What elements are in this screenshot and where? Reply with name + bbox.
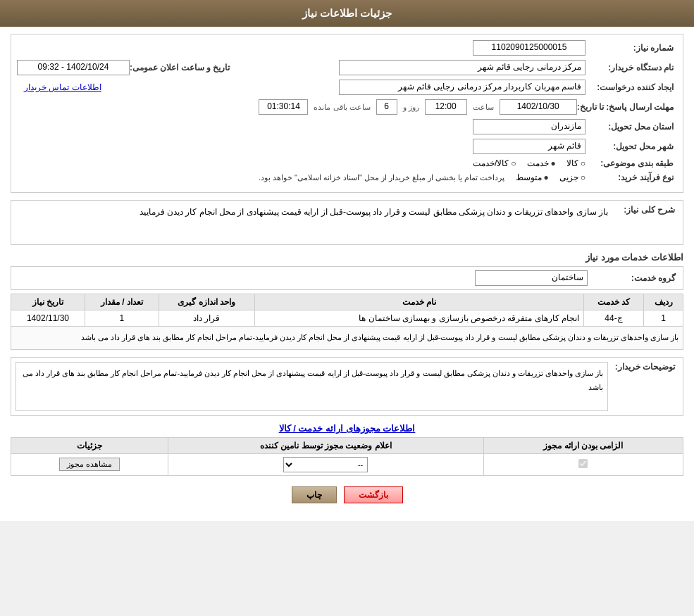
process-option-minor[interactable]: ○ جزیی bbox=[559, 172, 585, 182]
license-section-title: اطلاعات مجوزهای ارائه خدمت / کالا bbox=[11, 423, 683, 434]
announce-date-value: 1402/10/24 - 09:32 bbox=[17, 60, 130, 75]
buyer-notes-text: باز سازی واحدهای تزریقات و دندان پزشکی م… bbox=[16, 362, 608, 411]
response-time-label: ساعت bbox=[473, 103, 494, 112]
col-code: کد خدمت bbox=[583, 294, 643, 310]
process-option-medium[interactable]: ● متوسط bbox=[516, 172, 549, 182]
service-group-label: گروه خدمت: bbox=[588, 273, 679, 283]
page-title: جزئیات اطلاعات نیاز bbox=[302, 7, 392, 19]
process-note: پرداخت تمام یا بخشی از مبلغ خریدار از مح… bbox=[259, 173, 505, 182]
response-days-value: 6 bbox=[376, 99, 397, 115]
process-label: نوع فرآیند خرید: bbox=[585, 172, 677, 182]
contact-info-link[interactable]: اطلاعات تماس خریدار bbox=[24, 82, 101, 92]
services-section-title: اطلاعات خدمات مورد نیاز bbox=[11, 252, 683, 263]
need-description-label: شرح کلی نیاز: bbox=[608, 205, 678, 215]
category-option-goods[interactable]: ○ کالا bbox=[566, 158, 585, 168]
response-days-label: روز و bbox=[403, 103, 419, 112]
license-col-details: جزئیات bbox=[11, 437, 168, 453]
license-status-cell[interactable]: -- bbox=[168, 453, 483, 475]
category-radio-group: ○ کالا ● خدمت ○ کالا/خدمت bbox=[473, 158, 585, 168]
service-detail-row: باز سازی واحدهای تزریقات و دندان پزشکی م… bbox=[11, 327, 683, 350]
buyer-org-value: مرکز درمانی رجایی قائم شهر bbox=[339, 60, 585, 75]
category-label-both: کالا/خدمت bbox=[473, 158, 509, 168]
action-buttons: بازگشت چاپ bbox=[11, 486, 683, 503]
process-radio-minor[interactable]: ○ bbox=[581, 172, 585, 182]
requester-value: قاسم مهربان کاربردار مرکز درمانی رجایی ق… bbox=[339, 80, 585, 95]
license-details-cell[interactable]: مشاهده مجوز bbox=[11, 453, 168, 475]
table-row: 1 ج-44 انجام کارهای متفرقه درخصوص بازساز… bbox=[11, 310, 683, 327]
category-label-goods: کالا bbox=[566, 158, 578, 168]
category-label-service: خدمت bbox=[527, 158, 549, 168]
license-col-status: اعلام وضعیت مجوز توسط نامین کننده bbox=[168, 437, 483, 453]
buyer-org-label: نام دستگاه خریدار: bbox=[585, 63, 677, 73]
cell-row: 1 bbox=[644, 310, 683, 327]
license-table: الزامی بودن ارائه مجوز اعلام وضعیت مجوز … bbox=[11, 437, 683, 476]
license-row: -- مشاهده مجوز bbox=[11, 453, 683, 475]
category-radio-goods[interactable]: ○ bbox=[581, 158, 585, 168]
back-button[interactable]: بازگشت bbox=[344, 486, 403, 503]
delivery-province-label: استان محل تحویل: bbox=[585, 122, 677, 132]
need-number-value: 1102090125000015 bbox=[473, 40, 585, 56]
process-radio-medium[interactable]: ● bbox=[544, 172, 549, 182]
col-row: ردیف bbox=[644, 294, 683, 310]
category-label: طبقه بندی موضوعی: bbox=[585, 158, 677, 168]
response-date-value: 1402/10/30 bbox=[500, 99, 577, 115]
cell-date: 1402/11/30 bbox=[11, 310, 85, 327]
col-unit: واحد اندازه گیری bbox=[159, 294, 254, 310]
response-remaining-value: 01:30:14 bbox=[259, 99, 308, 115]
process-label-minor: جزیی bbox=[559, 172, 578, 182]
print-button[interactable]: چاپ bbox=[292, 486, 337, 503]
cell-unit: قرار داد bbox=[159, 310, 254, 327]
service-detail-text: باز سازی واحدهای تزریقات و دندان پزشکی م… bbox=[11, 327, 683, 350]
page-header: جزئیات اطلاعات نیاز bbox=[0, 0, 694, 27]
response-deadline-label: مهلت ارسال پاسخ: تا تاریخ: bbox=[577, 102, 677, 112]
need-number-label: شماره نیاز: bbox=[585, 43, 677, 53]
cell-code: ج-44 bbox=[583, 310, 643, 327]
cell-qty: 1 bbox=[85, 310, 159, 327]
category-option-service[interactable]: ● خدمت bbox=[527, 158, 556, 168]
need-description-text: باز سازی واحدهای تزریقات و دندان پزشکی م… bbox=[16, 205, 608, 240]
license-required-cell bbox=[483, 453, 683, 475]
service-group-value: ساختمان bbox=[475, 270, 588, 286]
services-table: ردیف کد خدمت نام خدمت واحد اندازه گیری ت… bbox=[11, 294, 683, 350]
license-required-checkbox[interactable] bbox=[578, 459, 588, 468]
view-license-button[interactable]: مشاهده مجوز bbox=[59, 458, 120, 471]
cell-name: انجام کارهای متفرقه درخصوص بازسازی و بهس… bbox=[254, 310, 583, 327]
process-radio-group: ○ جزیی ● متوسط bbox=[516, 172, 586, 182]
license-status-select[interactable]: -- bbox=[283, 457, 368, 472]
col-qty: تعداد / مقدار bbox=[85, 294, 159, 310]
col-name: نام خدمت bbox=[254, 294, 583, 310]
response-remaining-label: ساعت باقی مانده bbox=[314, 103, 370, 112]
delivery-province-value: مازندران bbox=[473, 119, 585, 134]
category-radio-service[interactable]: ● bbox=[551, 158, 556, 168]
buyer-notes-label: توضیحات خریدار: bbox=[608, 362, 678, 372]
process-label-medium: متوسط bbox=[516, 172, 542, 182]
response-time-value: 12:00 bbox=[425, 99, 467, 115]
category-option-both[interactable]: ○ کالا/خدمت bbox=[473, 158, 516, 168]
col-date: تاریخ نیاز bbox=[11, 294, 85, 310]
announce-date-label: تاریخ و ساعت اعلان عمومی: bbox=[130, 63, 233, 73]
license-col-required: الزامی بودن ارائه مجوز bbox=[483, 437, 683, 453]
requester-label: ایجاد کننده درخواست: bbox=[585, 82, 677, 92]
category-radio-both[interactable]: ○ bbox=[511, 158, 516, 168]
delivery-city-value: قائم شهر bbox=[473, 139, 585, 154]
delivery-city-label: شهر محل تحویل: bbox=[585, 142, 677, 151]
